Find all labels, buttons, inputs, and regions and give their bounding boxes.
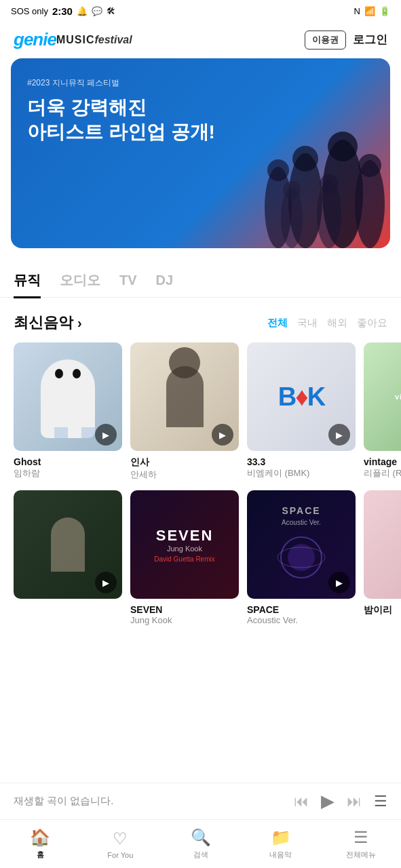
music-card-space[interactable]: SPACE Acoustic Ver. ▶ SPACE Acoustic Ver… — [247, 490, 356, 625]
play-icon-space[interactable]: ▶ — [328, 572, 350, 593]
status-left: SOS only 2:30 🔔 💬 🛠 — [11, 5, 115, 17]
section-arrow-icon: › — [77, 315, 82, 331]
filter-domestic[interactable]: 국내 — [297, 317, 318, 330]
nav-item-home[interactable]: 🏠 홈 — [0, 828, 80, 860]
logo: genie MUSIC festival — [14, 29, 132, 50]
music-artist-insa: 안세하 — [130, 469, 239, 481]
music-thumb-insa: ▶ — [130, 342, 239, 451]
header: genie MUSIC festival 이용권 로그인 — [0, 22, 401, 58]
bell-icon: 🔔 — [77, 6, 88, 16]
seven-label: SEVEN — [156, 527, 214, 545]
music-thumb-girl: ▶ — [14, 490, 122, 599]
player-bar: 재생할 곡이 없습니다. ⏮ ▶ ⏭ ☰ — [0, 783, 401, 819]
prev-button[interactable]: ⏮ — [294, 793, 309, 810]
battery-icon: 🔋 — [379, 6, 390, 16]
banner-content: #2023 지니뮤직 페스티벌 더욱 강력해진아티스트 라인업 공개! — [11, 58, 390, 248]
logo-festival: festival — [94, 34, 132, 46]
play-icon-bmk[interactable]: ▶ — [328, 424, 350, 446]
music-thumb-vintage: vintage m● — [364, 342, 401, 451]
play-icon-ghost[interactable]: ▶ — [95, 424, 117, 446]
filter-like[interactable]: 좋아요 — [357, 317, 387, 330]
music-title-seven: SEVEN — [130, 604, 239, 615]
sos-text: SOS only — [11, 6, 48, 16]
play-button[interactable]: ▶ — [321, 791, 335, 812]
search-icon: 🔍 — [191, 828, 211, 847]
music-card-insa[interactable]: ▶ 인사 안세하 — [130, 342, 239, 481]
nav-label-foryou: For You — [107, 851, 133, 859]
status-bar: SOS only 2:30 🔔 💬 🛠 N 📶 🔋 — [0, 0, 401, 22]
music-card-bmk[interactable]: B♦K ▶ 33.3 비엠케이 (BMK) — [247, 342, 356, 481]
filter-foreign[interactable]: 해외 — [327, 317, 347, 330]
nav-item-foryou[interactable]: ♡ For You — [80, 829, 160, 859]
banner-tag: #2023 지니뮤직 페스티벌 — [27, 77, 374, 89]
section-filters: 전체 국내 해외 좋아요 — [267, 317, 387, 330]
filter-all[interactable]: 전체 — [267, 317, 288, 330]
next-button[interactable]: ⏭ — [347, 793, 362, 810]
tab-music[interactable]: 뮤직 — [14, 271, 41, 298]
player-text: 재생할 곡이 없습니다. — [14, 795, 283, 808]
nav-label-menu: 전체메뉴 — [346, 850, 376, 860]
nav-label-home: 홈 — [37, 850, 44, 860]
section-title[interactable]: 최신음악 › — [14, 313, 82, 333]
play-icon-insa[interactable]: ▶ — [212, 424, 233, 446]
music-title-insa: 인사 — [130, 456, 239, 469]
music-title-pink: 밤이리 — [364, 604, 401, 616]
music-card-girl[interactable]: ▶ — [14, 490, 122, 625]
music-artist-vintage: 리플리 (RI... — [364, 467, 401, 479]
seven-artist: Jung Kook — [167, 545, 202, 553]
header-buttons: 이용권 로그인 — [305, 31, 387, 50]
section-title-text: 최신음악 — [14, 313, 73, 333]
signal-icon: 📶 — [364, 6, 375, 16]
music-card-seven[interactable]: SEVEN Jung Kook David Guetta Remix SEVEN… — [130, 490, 239, 625]
music-artist-bmk: 비엠케이 (BMK) — [247, 467, 356, 479]
nfc-icon: N — [354, 6, 360, 16]
usage-button[interactable]: 이용권 — [305, 31, 346, 50]
music-artist-seven: Jung Kook — [130, 615, 239, 625]
music-card-vintage[interactable]: vintage m● vintage 리플리 (RI... — [364, 342, 401, 481]
nav-label-search: 검색 — [193, 850, 208, 860]
message-icon: 💬 — [92, 6, 102, 16]
home-icon: 🏠 — [30, 828, 50, 847]
logo-genie: genie — [14, 29, 56, 50]
music-thumb-seven: SEVEN Jung Kook David Guetta Remix — [130, 490, 239, 599]
nav-item-search[interactable]: 🔍 검색 — [160, 828, 240, 860]
music-artist-ghost: 임하람 — [14, 467, 122, 479]
music-thumb-bmk: B♦K ▶ — [247, 342, 356, 451]
status-right: N 📶 🔋 — [354, 6, 390, 16]
login-button[interactable]: 로그인 — [353, 32, 387, 47]
banner[interactable]: #2023 지니뮤직 페스티벌 더욱 강력해진아티스트 라인업 공개! — [11, 58, 390, 248]
tab-audio[interactable]: 오디오 — [60, 271, 100, 298]
section-header: 최신음악 › 전체 국내 해외 좋아요 — [0, 298, 401, 342]
logo-music: MUSIC — [56, 34, 95, 46]
music-artist-space: Acoustic Ver. — [247, 615, 356, 625]
music-card-ghost[interactable]: ▶ Ghost 임하람 — [14, 342, 122, 481]
tool-icon: 🛠 — [107, 6, 115, 16]
player-controls: ⏮ ▶ ⏭ ☰ — [294, 791, 387, 812]
playlist-icon[interactable]: ☰ — [374, 793, 387, 810]
nav-item-mymusic[interactable]: 📁 내음악 — [241, 828, 321, 860]
music-title-vintage: vintage — [364, 456, 401, 467]
nav-item-menu[interactable]: ☰ 전체메뉴 — [321, 828, 401, 860]
nav-tabs: 뮤직 오디오 TV DJ — [0, 259, 401, 298]
seven-remix-label: David Guetta Remix — [154, 555, 214, 563]
tab-tv[interactable]: TV — [119, 273, 137, 297]
tab-dj[interactable]: DJ — [156, 273, 174, 297]
music-thumb-pink: 밤이리 — [364, 490, 401, 599]
music-thumb-space: SPACE Acoustic Ver. ▶ — [247, 490, 356, 599]
music-grid-row1: ▶ Ghost 임하람 ▶ 인사 안세하 B♦K ▶ 33.3 비엠케이 (BM… — [0, 342, 401, 481]
music-title-ghost: Ghost — [14, 456, 122, 467]
nav-label-mymusic: 내음악 — [269, 850, 292, 860]
status-time: 2:30 — [52, 5, 73, 17]
music-grid-row2: ▶ SEVEN Jung Kook David Guetta Remix SEV… — [0, 481, 401, 625]
music-card-pink[interactable]: 밤이리 밤이리 — [364, 490, 401, 625]
mymusic-icon: 📁 — [271, 828, 291, 847]
bottom-nav: 🏠 홈 ♡ For You 🔍 검색 📁 내음악 ☰ 전체메뉴 — [0, 819, 401, 868]
space-label: SPACE — [282, 505, 320, 516]
banner-title: 더욱 강력해진아티스트 라인업 공개! — [27, 96, 374, 145]
menu-icon: ☰ — [354, 828, 368, 847]
play-icon-girl[interactable]: ▶ — [95, 572, 117, 593]
foryou-icon: ♡ — [113, 829, 128, 848]
music-thumb-ghost: ▶ — [14, 342, 122, 451]
music-title-space: SPACE — [247, 604, 356, 615]
space-sub: Acoustic Ver. — [282, 519, 321, 526]
